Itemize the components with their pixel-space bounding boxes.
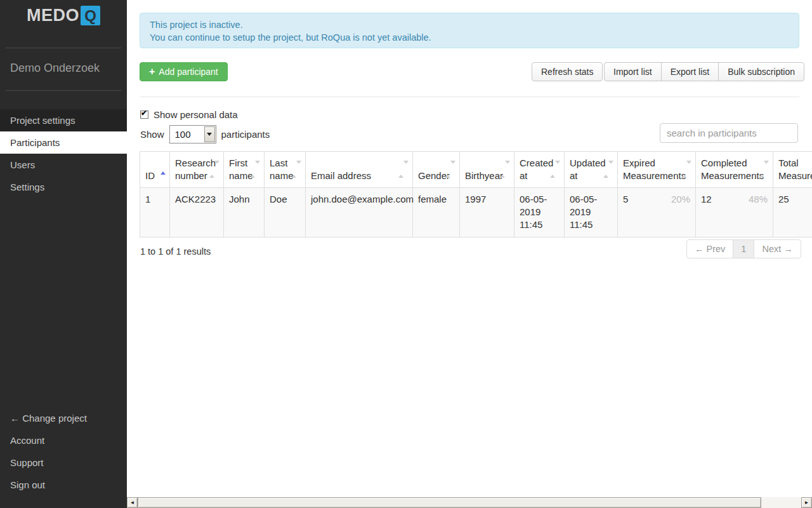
expired-percentage: 20% [671,193,690,206]
logo-text: MEDO [27,6,79,25]
show-personal-data-label: Show personal data [154,109,238,120]
table-row[interactable]: 1 ACK2223 John Doe john.doe@example.com … [140,188,812,237]
horizontal-scrollbar[interactable]: ◄ ► [127,497,812,508]
cell-created-at: 06-05-2019 11:45 [514,188,565,237]
page-size-select[interactable]: 100 [169,125,216,144]
add-participant-label: Add participant [159,67,218,77]
sidebar-item-users[interactable]: Users [0,154,127,176]
alert-line-2: You can continue to setup the project, b… [150,31,789,44]
column-header-completed-measurements[interactable]: Completed Measurements [696,152,773,188]
table-header-row: ID Research number First name Last name … [140,152,812,188]
sort-icon [291,163,301,176]
logo-q-icon: Q [81,6,100,25]
chevron-down-icon [207,133,212,136]
cell-gender: female [413,188,460,237]
sidebar-item-account[interactable]: Account [0,429,127,451]
sidebar: MEDOQ Demo Onderzoek Project settings Pa… [0,0,127,508]
show-personal-data-checkbox[interactable]: ✔ [140,110,148,119]
bulk-subscription-button[interactable]: Bulk subscription [718,62,804,81]
sort-icon [759,163,769,176]
column-header-id[interactable]: ID [140,152,170,188]
current-page-button[interactable]: 1 [733,239,754,258]
sidebar-item-participants[interactable]: Participants [0,131,127,154]
page-size-row: Show 100 participants [140,125,270,144]
sort-icon [250,163,260,176]
sort-icon [500,163,510,176]
column-header-birthyear[interactable]: Birthyear [460,152,514,188]
column-header-email[interactable]: Email address [306,152,413,188]
column-header-created-at[interactable]: Created at [514,152,565,188]
show-personal-data-row: ✔ Show personal data [140,109,238,120]
cell-email: john.doe@example.com [306,188,413,237]
cell-updated-at: 06-05-2019 11:45 [565,188,618,237]
participants-table: ID Research number First name Last name … [140,151,812,237]
column-header-expired-measurements[interactable]: Expired Measurements [618,152,696,188]
scroll-right-arrow-icon[interactable]: ► [801,497,812,508]
prev-page-button[interactable]: ← Prev [686,239,733,258]
sidebar-menu: Project settings Participants Users Sett… [0,109,127,198]
project-name: Demo Onderzoek [10,62,100,75]
select-dropdown-button[interactable] [204,126,215,142]
cell-research-number: ACK2223 [170,188,224,237]
column-header-last-name[interactable]: Last name [265,152,306,188]
medoq-logo: MEDOQ [0,6,127,25]
sort-icon [603,163,613,176]
project-inactive-alert: This project is inactive. You can contin… [140,13,799,48]
export-list-button[interactable]: Export list [661,62,719,81]
sidebar-footer-menu: ← Change project Account Support Sign ou… [0,407,127,496]
sidebar-item-project-settings[interactable]: Project settings [0,109,127,131]
column-header-first-name[interactable]: First name [224,152,265,188]
participants-table-wrap: ID Research number First name Last name … [140,151,812,237]
cell-birthyear: 1997 [460,188,514,237]
sort-icon [681,163,691,176]
scroll-left-arrow-icon[interactable]: ◄ [127,497,138,508]
pagination: ← Prev 1 Next → [686,239,801,258]
sidebar-item-change-project[interactable]: ← Change project [0,407,127,429]
sidebar-divider [6,48,121,48]
show-label: Show [140,129,164,140]
alert-line-1: This project is inactive. [150,18,789,31]
sidebar-divider [6,90,121,91]
scrollbar-thumb[interactable] [138,497,761,508]
plus-icon: + [149,67,155,77]
sort-ascending-icon [160,160,166,173]
cell-id: 1 [140,188,170,237]
add-participant-button[interactable]: + Add participant [140,62,228,81]
content-divider [140,97,799,97]
cell-first-name: John [224,188,265,237]
column-header-total-measurements[interactable]: Total Measurements [773,152,812,188]
search-input[interactable] [660,123,798,143]
results-count-text: 1 to 1 of 1 results [140,246,211,257]
column-header-updated-at[interactable]: Updated at [565,152,618,188]
cell-expired-measurements: 520% [618,188,696,237]
sort-icon [209,163,219,176]
list-actions-button-group: Import list Export list Bulk subscriptio… [604,62,804,81]
next-page-button[interactable]: Next → [754,239,801,258]
completed-percentage: 48% [749,193,768,206]
page-size-value: 100 [170,129,204,140]
column-header-gender[interactable]: Gender [413,152,460,188]
sort-icon [398,163,409,176]
checkmark-icon: ✔ [141,109,147,117]
sort-icon [550,163,560,176]
participants-label: participants [221,129,270,140]
sort-icon [445,163,455,176]
sidebar-item-sign-out[interactable]: Sign out [0,474,127,496]
import-list-button[interactable]: Import list [604,62,662,81]
cell-total-measurements: 25 [773,188,812,237]
cell-last-name: Doe [265,188,306,237]
sidebar-item-settings[interactable]: Settings [0,176,127,198]
cell-completed-measurements: 1248% [696,188,773,237]
sidebar-item-support[interactable]: Support [0,451,127,474]
column-header-research-number[interactable]: Research number [170,152,224,188]
refresh-stats-button[interactable]: Refresh stats [532,62,603,81]
